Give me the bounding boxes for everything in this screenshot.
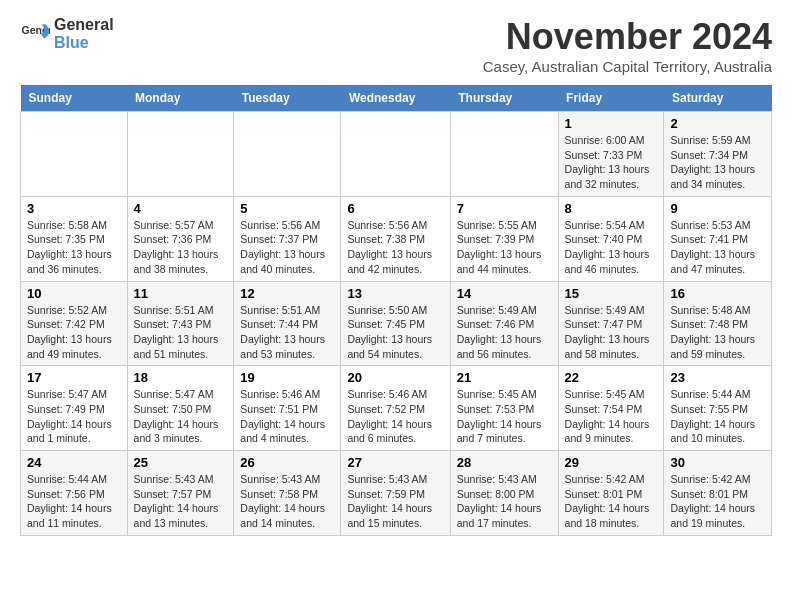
day-detail: Sunrise: 5:43 AM Sunset: 8:00 PM Dayligh…	[457, 473, 542, 529]
day-detail: Sunrise: 5:51 AM Sunset: 7:43 PM Dayligh…	[134, 304, 219, 360]
day-detail: Sunrise: 5:51 AM Sunset: 7:44 PM Dayligh…	[240, 304, 325, 360]
day-number: 12	[240, 286, 334, 301]
day-detail: Sunrise: 5:59 AM Sunset: 7:34 PM Dayligh…	[670, 134, 755, 190]
calendar-cell: 18Sunrise: 5:47 AM Sunset: 7:50 PM Dayli…	[127, 366, 234, 451]
calendar-cell: 10Sunrise: 5:52 AM Sunset: 7:42 PM Dayli…	[21, 281, 128, 366]
day-number: 21	[457, 370, 552, 385]
logo-blue: Blue	[54, 34, 114, 52]
day-number: 6	[347, 201, 443, 216]
day-detail: Sunrise: 5:52 AM Sunset: 7:42 PM Dayligh…	[27, 304, 112, 360]
day-number: 13	[347, 286, 443, 301]
day-detail: Sunrise: 5:44 AM Sunset: 7:55 PM Dayligh…	[670, 388, 755, 444]
day-detail: Sunrise: 5:55 AM Sunset: 7:39 PM Dayligh…	[457, 219, 542, 275]
day-detail: Sunrise: 5:43 AM Sunset: 7:57 PM Dayligh…	[134, 473, 219, 529]
days-of-week-row: SundayMondayTuesdayWednesdayThursdayFrid…	[21, 85, 772, 112]
day-number: 16	[670, 286, 765, 301]
calendar-cell: 3Sunrise: 5:58 AM Sunset: 7:35 PM Daylig…	[21, 196, 128, 281]
day-number: 1	[565, 116, 658, 131]
day-number: 5	[240, 201, 334, 216]
calendar-cell: 13Sunrise: 5:50 AM Sunset: 7:45 PM Dayli…	[341, 281, 450, 366]
calendar-cell	[450, 112, 558, 197]
calendar-cell: 4Sunrise: 5:57 AM Sunset: 7:36 PM Daylig…	[127, 196, 234, 281]
calendar-cell: 5Sunrise: 5:56 AM Sunset: 7:37 PM Daylig…	[234, 196, 341, 281]
day-detail: Sunrise: 5:58 AM Sunset: 7:35 PM Dayligh…	[27, 219, 112, 275]
week-row-5: 24Sunrise: 5:44 AM Sunset: 7:56 PM Dayli…	[21, 451, 772, 536]
calendar-cell: 16Sunrise: 5:48 AM Sunset: 7:48 PM Dayli…	[664, 281, 772, 366]
day-number: 26	[240, 455, 334, 470]
day-number: 11	[134, 286, 228, 301]
day-number: 27	[347, 455, 443, 470]
col-header-saturday: Saturday	[664, 85, 772, 112]
week-row-3: 10Sunrise: 5:52 AM Sunset: 7:42 PM Dayli…	[21, 281, 772, 366]
day-detail: Sunrise: 5:46 AM Sunset: 7:52 PM Dayligh…	[347, 388, 432, 444]
day-number: 3	[27, 201, 121, 216]
day-number: 23	[670, 370, 765, 385]
col-header-thursday: Thursday	[450, 85, 558, 112]
day-detail: Sunrise: 5:56 AM Sunset: 7:38 PM Dayligh…	[347, 219, 432, 275]
logo: General General Blue	[20, 16, 114, 51]
calendar-cell: 2Sunrise: 5:59 AM Sunset: 7:34 PM Daylig…	[664, 112, 772, 197]
day-number: 7	[457, 201, 552, 216]
logo-wordmark: General Blue	[54, 16, 114, 51]
day-detail: Sunrise: 5:45 AM Sunset: 7:54 PM Dayligh…	[565, 388, 650, 444]
day-number: 20	[347, 370, 443, 385]
day-detail: Sunrise: 5:57 AM Sunset: 7:36 PM Dayligh…	[134, 219, 219, 275]
calendar-cell: 29Sunrise: 5:42 AM Sunset: 8:01 PM Dayli…	[558, 451, 664, 536]
calendar-cell: 7Sunrise: 5:55 AM Sunset: 7:39 PM Daylig…	[450, 196, 558, 281]
calendar-cell: 30Sunrise: 5:42 AM Sunset: 8:01 PM Dayli…	[664, 451, 772, 536]
day-number: 25	[134, 455, 228, 470]
day-number: 14	[457, 286, 552, 301]
calendar-cell: 20Sunrise: 5:46 AM Sunset: 7:52 PM Dayli…	[341, 366, 450, 451]
calendar-cell: 12Sunrise: 5:51 AM Sunset: 7:44 PM Dayli…	[234, 281, 341, 366]
col-header-monday: Monday	[127, 85, 234, 112]
day-number: 24	[27, 455, 121, 470]
calendar-cell: 19Sunrise: 5:46 AM Sunset: 7:51 PM Dayli…	[234, 366, 341, 451]
day-detail: Sunrise: 5:50 AM Sunset: 7:45 PM Dayligh…	[347, 304, 432, 360]
calendar-cell: 15Sunrise: 5:49 AM Sunset: 7:47 PM Dayli…	[558, 281, 664, 366]
day-detail: Sunrise: 5:46 AM Sunset: 7:51 PM Dayligh…	[240, 388, 325, 444]
col-header-wednesday: Wednesday	[341, 85, 450, 112]
calendar-cell	[234, 112, 341, 197]
logo-general: General	[54, 16, 114, 34]
location-title: Casey, Australian Capital Territory, Aus…	[483, 58, 772, 75]
calendar-cell: 22Sunrise: 5:45 AM Sunset: 7:54 PM Dayli…	[558, 366, 664, 451]
calendar-cell: 9Sunrise: 5:53 AM Sunset: 7:41 PM Daylig…	[664, 196, 772, 281]
month-title: November 2024	[483, 16, 772, 58]
day-number: 29	[565, 455, 658, 470]
day-detail: Sunrise: 5:56 AM Sunset: 7:37 PM Dayligh…	[240, 219, 325, 275]
day-number: 19	[240, 370, 334, 385]
day-detail: Sunrise: 5:43 AM Sunset: 7:58 PM Dayligh…	[240, 473, 325, 529]
calendar-table: SundayMondayTuesdayWednesdayThursdayFrid…	[20, 85, 772, 536]
day-detail: Sunrise: 5:45 AM Sunset: 7:53 PM Dayligh…	[457, 388, 542, 444]
calendar-cell: 24Sunrise: 5:44 AM Sunset: 7:56 PM Dayli…	[21, 451, 128, 536]
calendar-cell	[341, 112, 450, 197]
day-number: 30	[670, 455, 765, 470]
day-detail: Sunrise: 5:42 AM Sunset: 8:01 PM Dayligh…	[670, 473, 755, 529]
week-row-1: 1Sunrise: 6:00 AM Sunset: 7:33 PM Daylig…	[21, 112, 772, 197]
day-number: 28	[457, 455, 552, 470]
day-number: 2	[670, 116, 765, 131]
calendar-cell: 1Sunrise: 6:00 AM Sunset: 7:33 PM Daylig…	[558, 112, 664, 197]
day-detail: Sunrise: 5:42 AM Sunset: 8:01 PM Dayligh…	[565, 473, 650, 529]
calendar-body: 1Sunrise: 6:00 AM Sunset: 7:33 PM Daylig…	[21, 112, 772, 536]
day-number: 17	[27, 370, 121, 385]
col-header-tuesday: Tuesday	[234, 85, 341, 112]
calendar-cell: 28Sunrise: 5:43 AM Sunset: 8:00 PM Dayli…	[450, 451, 558, 536]
day-detail: Sunrise: 5:49 AM Sunset: 7:47 PM Dayligh…	[565, 304, 650, 360]
calendar-cell: 8Sunrise: 5:54 AM Sunset: 7:40 PM Daylig…	[558, 196, 664, 281]
calendar-cell: 17Sunrise: 5:47 AM Sunset: 7:49 PM Dayli…	[21, 366, 128, 451]
calendar-header: SundayMondayTuesdayWednesdayThursdayFrid…	[21, 85, 772, 112]
day-number: 4	[134, 201, 228, 216]
day-number: 9	[670, 201, 765, 216]
week-row-2: 3Sunrise: 5:58 AM Sunset: 7:35 PM Daylig…	[21, 196, 772, 281]
calendar-cell	[21, 112, 128, 197]
day-number: 10	[27, 286, 121, 301]
day-detail: Sunrise: 5:47 AM Sunset: 7:49 PM Dayligh…	[27, 388, 112, 444]
calendar-cell	[127, 112, 234, 197]
logo-icon: General	[20, 19, 50, 49]
calendar-cell: 11Sunrise: 5:51 AM Sunset: 7:43 PM Dayli…	[127, 281, 234, 366]
calendar-cell: 25Sunrise: 5:43 AM Sunset: 7:57 PM Dayli…	[127, 451, 234, 536]
calendar-cell: 21Sunrise: 5:45 AM Sunset: 7:53 PM Dayli…	[450, 366, 558, 451]
header: General General Blue November 2024 Casey…	[20, 16, 772, 75]
day-number: 15	[565, 286, 658, 301]
